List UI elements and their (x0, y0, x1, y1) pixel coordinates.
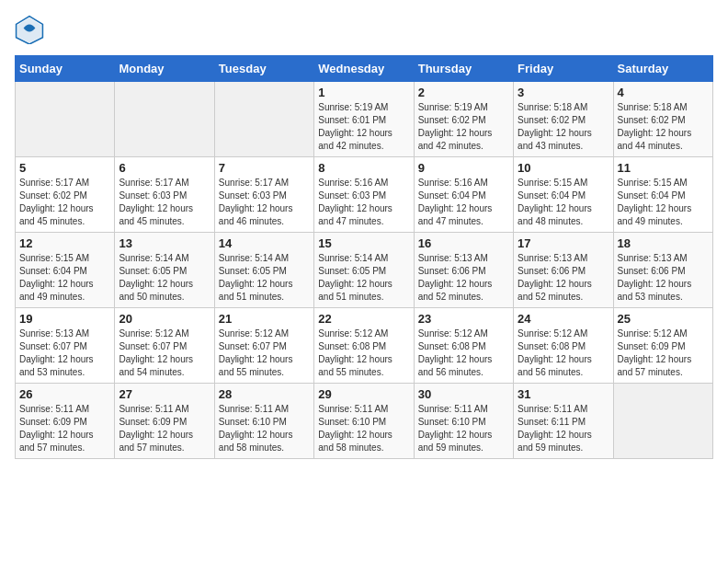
day-info: Sunrise: 5:11 AM Sunset: 6:11 PM Dayligh… (518, 403, 609, 454)
day-info: Sunrise: 5:18 AM Sunset: 6:02 PM Dayligh… (618, 101, 709, 153)
calendar-cell: 28Sunrise: 5:11 AM Sunset: 6:10 PM Dayli… (214, 384, 313, 459)
day-number: 21 (219, 312, 310, 326)
calendar-cell (214, 82, 313, 157)
calendar-cell: 15Sunrise: 5:14 AM Sunset: 6:05 PM Dayli… (314, 233, 414, 308)
day-number: 23 (418, 312, 509, 326)
day-number: 30 (418, 387, 509, 401)
day-number: 8 (318, 161, 409, 175)
weekday-header-saturday: Saturday (613, 56, 712, 82)
calendar-cell (613, 384, 712, 459)
day-info: Sunrise: 5:14 AM Sunset: 6:05 PM Dayligh… (318, 252, 409, 304)
weekday-header-row: SundayMondayTuesdayWednesdayThursdayFrid… (16, 56, 713, 82)
day-info: Sunrise: 5:11 AM Sunset: 6:09 PM Dayligh… (19, 403, 110, 454)
day-number: 18 (618, 236, 709, 250)
calendar-cell: 18Sunrise: 5:13 AM Sunset: 6:06 PM Dayli… (613, 233, 712, 308)
calendar-cell: 22Sunrise: 5:12 AM Sunset: 6:08 PM Dayli… (314, 308, 414, 384)
calendar-cell (115, 82, 214, 157)
calendar-cell: 9Sunrise: 5:16 AM Sunset: 6:04 PM Daylig… (414, 157, 513, 233)
day-info: Sunrise: 5:19 AM Sunset: 6:02 PM Dayligh… (418, 101, 509, 153)
calendar-table: SundayMondayTuesdayWednesdayThursdayFrid… (15, 55, 713, 459)
calendar-cell: 19Sunrise: 5:13 AM Sunset: 6:07 PM Dayli… (16, 308, 115, 384)
day-number: 11 (618, 161, 709, 175)
calendar-cell: 5Sunrise: 5:17 AM Sunset: 6:02 PM Daylig… (16, 157, 115, 233)
day-info: Sunrise: 5:12 AM Sunset: 6:08 PM Dayligh… (518, 327, 609, 379)
day-info: Sunrise: 5:19 AM Sunset: 6:01 PM Dayligh… (318, 101, 409, 153)
day-number: 10 (518, 161, 609, 175)
day-info: Sunrise: 5:13 AM Sunset: 6:06 PM Dayligh… (418, 252, 509, 304)
weekday-header-sunday: Sunday (16, 56, 115, 82)
day-number: 26 (19, 387, 110, 401)
calendar-week-row: 26Sunrise: 5:11 AM Sunset: 6:09 PM Dayli… (16, 384, 713, 459)
calendar-cell (16, 82, 115, 157)
calendar-cell: 29Sunrise: 5:11 AM Sunset: 6:10 PM Dayli… (314, 384, 414, 459)
calendar-cell: 2Sunrise: 5:19 AM Sunset: 6:02 PM Daylig… (414, 82, 513, 157)
day-info: Sunrise: 5:11 AM Sunset: 6:09 PM Dayligh… (119, 403, 210, 454)
day-number: 28 (219, 387, 310, 401)
day-info: Sunrise: 5:13 AM Sunset: 6:06 PM Dayligh… (518, 252, 609, 304)
day-info: Sunrise: 5:18 AM Sunset: 6:02 PM Dayligh… (518, 101, 609, 153)
weekday-header-friday: Friday (514, 56, 613, 82)
day-number: 29 (318, 387, 409, 401)
day-info: Sunrise: 5:17 AM Sunset: 6:03 PM Dayligh… (219, 177, 310, 228)
day-info: Sunrise: 5:12 AM Sunset: 6:08 PM Dayligh… (318, 327, 409, 379)
calendar-cell: 26Sunrise: 5:11 AM Sunset: 6:09 PM Dayli… (16, 384, 115, 459)
day-info: Sunrise: 5:17 AM Sunset: 6:02 PM Dayligh… (19, 177, 110, 228)
day-info: Sunrise: 5:12 AM Sunset: 6:08 PM Dayligh… (418, 327, 509, 379)
day-number: 6 (119, 161, 210, 175)
day-number: 22 (318, 312, 409, 326)
calendar-cell: 1Sunrise: 5:19 AM Sunset: 6:01 PM Daylig… (314, 82, 414, 157)
calendar-week-row: 12Sunrise: 5:15 AM Sunset: 6:04 PM Dayli… (16, 233, 713, 308)
calendar-cell: 10Sunrise: 5:15 AM Sunset: 6:04 PM Dayli… (514, 157, 613, 233)
calendar-cell: 17Sunrise: 5:13 AM Sunset: 6:06 PM Dayli… (514, 233, 613, 308)
day-number: 12 (19, 236, 110, 250)
day-number: 13 (119, 236, 210, 250)
calendar-cell: 27Sunrise: 5:11 AM Sunset: 6:09 PM Dayli… (115, 384, 214, 459)
calendar-cell: 7Sunrise: 5:17 AM Sunset: 6:03 PM Daylig… (214, 157, 313, 233)
calendar-cell: 8Sunrise: 5:16 AM Sunset: 6:03 PM Daylig… (314, 157, 414, 233)
day-info: Sunrise: 5:11 AM Sunset: 6:10 PM Dayligh… (418, 403, 509, 454)
day-info: Sunrise: 5:14 AM Sunset: 6:05 PM Dayligh… (119, 252, 210, 304)
calendar-cell: 21Sunrise: 5:12 AM Sunset: 6:07 PM Dayli… (214, 308, 313, 384)
calendar-cell: 3Sunrise: 5:18 AM Sunset: 6:02 PM Daylig… (514, 82, 613, 157)
weekday-header-wednesday: Wednesday (314, 56, 414, 82)
day-info: Sunrise: 5:15 AM Sunset: 6:04 PM Dayligh… (518, 177, 609, 228)
day-number: 14 (219, 236, 310, 250)
calendar-week-row: 19Sunrise: 5:13 AM Sunset: 6:07 PM Dayli… (16, 308, 713, 384)
day-number: 25 (618, 312, 709, 326)
calendar-cell: 25Sunrise: 5:12 AM Sunset: 6:09 PM Dayli… (613, 308, 712, 384)
day-number: 17 (518, 236, 609, 250)
day-number: 27 (119, 387, 210, 401)
day-info: Sunrise: 5:11 AM Sunset: 6:10 PM Dayligh… (219, 403, 310, 454)
calendar-cell: 4Sunrise: 5:18 AM Sunset: 6:02 PM Daylig… (613, 82, 712, 157)
day-info: Sunrise: 5:15 AM Sunset: 6:04 PM Dayligh… (618, 177, 709, 228)
calendar-cell: 31Sunrise: 5:11 AM Sunset: 6:11 PM Dayli… (514, 384, 613, 459)
day-info: Sunrise: 5:13 AM Sunset: 6:06 PM Dayligh… (618, 252, 709, 304)
weekday-header-tuesday: Tuesday (214, 56, 313, 82)
calendar-cell: 24Sunrise: 5:12 AM Sunset: 6:08 PM Dayli… (514, 308, 613, 384)
day-info: Sunrise: 5:11 AM Sunset: 6:10 PM Dayligh… (318, 403, 409, 454)
day-number: 31 (518, 387, 609, 401)
day-info: Sunrise: 5:16 AM Sunset: 6:04 PM Dayligh… (418, 177, 509, 228)
calendar-week-row: 1Sunrise: 5:19 AM Sunset: 6:01 PM Daylig… (16, 82, 713, 157)
day-number: 19 (19, 312, 110, 326)
calendar-cell: 30Sunrise: 5:11 AM Sunset: 6:10 PM Dayli… (414, 384, 513, 459)
day-number: 16 (418, 236, 509, 250)
day-number: 2 (418, 86, 509, 99)
calendar-week-row: 5Sunrise: 5:17 AM Sunset: 6:02 PM Daylig… (16, 157, 713, 233)
calendar-cell: 23Sunrise: 5:12 AM Sunset: 6:08 PM Dayli… (414, 308, 513, 384)
calendar-cell: 13Sunrise: 5:14 AM Sunset: 6:05 PM Dayli… (115, 233, 214, 308)
day-info: Sunrise: 5:17 AM Sunset: 6:03 PM Dayligh… (119, 177, 210, 228)
calendar-cell: 16Sunrise: 5:13 AM Sunset: 6:06 PM Dayli… (414, 233, 513, 308)
weekday-header-monday: Monday (115, 56, 214, 82)
day-number: 3 (518, 86, 609, 99)
calendar-cell: 11Sunrise: 5:15 AM Sunset: 6:04 PM Dayli… (613, 157, 712, 233)
day-info: Sunrise: 5:16 AM Sunset: 6:03 PM Dayligh… (318, 177, 409, 228)
day-info: Sunrise: 5:14 AM Sunset: 6:05 PM Dayligh… (219, 252, 310, 304)
calendar-cell: 20Sunrise: 5:12 AM Sunset: 6:07 PM Dayli… (115, 308, 214, 384)
logo-icon (15, 15, 44, 44)
day-info: Sunrise: 5:12 AM Sunset: 6:07 PM Dayligh… (119, 327, 210, 379)
day-number: 7 (219, 161, 310, 175)
day-info: Sunrise: 5:12 AM Sunset: 6:07 PM Dayligh… (219, 327, 310, 379)
calendar-cell: 14Sunrise: 5:14 AM Sunset: 6:05 PM Dayli… (214, 233, 313, 308)
day-number: 4 (618, 86, 709, 99)
